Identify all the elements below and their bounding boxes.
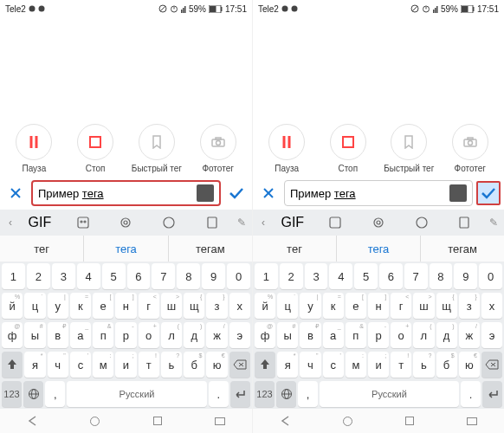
edit-toolbar-button[interactable]: ✎ [487,216,501,229]
key-щ[interactable]: щ{ [436,293,457,319]
key-period[interactable]: . [209,381,229,407]
key-в[interactable]: в₽ [48,322,68,348]
key-comma[interactable]: , [298,381,318,407]
suggestion-3[interactable]: тегам [421,236,504,262]
suggestion-2[interactable]: тега [336,236,421,262]
suggestion-1[interactable]: тег [0,236,83,262]
recents-nav-button[interactable] [153,417,162,425]
key-з[interactable]: з} [459,293,480,319]
key-ы[interactable]: ы# [277,322,298,348]
key-л[interactable]: л( [161,322,182,348]
key-г[interactable]: г< [139,293,159,319]
key-ж[interactable]: ж/ [459,322,480,348]
key-б[interactable]: б$ [436,352,457,378]
key-к[interactable]: к= [323,293,344,319]
key-1[interactable]: 1 [255,263,278,289]
key-0[interactable]: 0 [479,263,502,289]
clipboard-button[interactable] [443,212,485,233]
key-9[interactable]: 9 [202,263,225,289]
key-е[interactable]: е[ [346,293,366,319]
key-ф[interactable]: ф@ [255,322,275,348]
key-ф[interactable]: ф@ [2,322,23,348]
key-о[interactable]: о+ [139,322,159,348]
key-6[interactable]: 6 [127,263,151,289]
key-7[interactable]: 7 [152,263,175,289]
key-ь[interactable]: ь? [413,352,434,378]
key-я[interactable]: я* [277,352,298,378]
key-4[interactable]: 4 [77,263,100,289]
key-т[interactable]: т! [139,352,159,378]
key-э[interactable]: э [229,322,250,348]
settings-button[interactable] [106,212,147,233]
back-nav-button[interactable] [280,416,290,426]
key-7[interactable]: 7 [404,263,428,289]
key-д[interactable]: д) [184,322,204,348]
gif-button[interactable]: GIF [272,212,313,233]
stop-button[interactable]: Стоп [68,124,122,173]
key-х[interactable]: х [481,293,502,319]
key-о[interactable]: о+ [391,322,411,348]
key-5[interactable]: 5 [102,263,126,289]
key-9[interactable]: 9 [454,263,477,289]
key-enter[interactable] [482,381,502,407]
key-б[interactable]: б$ [184,352,204,378]
key-comma[interactable]: , [45,381,65,407]
key-с[interactable]: с' [323,352,344,378]
collapse-toolbar-button[interactable]: ‹ [3,216,17,229]
pause-button[interactable]: Пауза [260,124,313,173]
clipboard-button[interactable] [191,212,233,233]
key-0[interactable]: 0 [227,263,250,289]
confirm-tag-button[interactable] [224,181,249,205]
key-ь[interactable]: ь? [161,352,182,378]
gif-button[interactable]: GIF [19,212,61,233]
key-8[interactable]: 8 [177,263,200,289]
key-4[interactable]: 4 [329,263,352,289]
keyboard-nav-button[interactable] [467,417,477,425]
key-н[interactable]: н] [368,293,389,319]
key-а[interactable]: а_ [323,322,344,348]
key-shift[interactable] [255,352,275,378]
quicktag-button[interactable]: Быстрый тег [130,124,184,173]
tag-text-input[interactable]: Пример тега [284,180,473,206]
key-shift[interactable] [2,352,23,378]
back-nav-button[interactable] [27,416,37,426]
key-щ[interactable]: щ{ [184,293,204,319]
key-ч[interactable]: ч" [48,352,68,378]
key-к[interactable]: к= [70,293,91,319]
home-nav-button[interactable] [343,417,352,426]
key-й[interactable]: й% [2,293,23,319]
key-lang[interactable] [276,381,296,407]
phototag-button[interactable]: Фототег [443,124,497,173]
key-х[interactable]: х [229,293,250,319]
sticker-button[interactable] [315,212,357,233]
key-enter[interactable] [230,381,250,407]
key-1[interactable]: 1 [2,263,25,289]
edit-toolbar-button[interactable]: ✎ [235,216,249,229]
key-п[interactable]: п& [93,322,113,348]
key-г[interactable]: г< [391,293,411,319]
key-у[interactable]: у| [48,293,68,319]
key-ц[interactable]: ц` [24,293,45,319]
key-и[interactable]: и; [368,352,389,378]
key-3[interactable]: 3 [305,263,328,289]
key-н[interactable]: н] [115,293,136,319]
key-з[interactable]: з} [206,293,227,319]
key-ю[interactable]: ю€ [459,352,480,378]
key-3[interactable]: 3 [52,263,75,289]
key-р[interactable]: р- [368,322,389,348]
key-л[interactable]: л( [413,322,434,348]
key-backspace[interactable] [481,352,502,378]
suggestion-1[interactable]: тег [253,236,336,262]
key-м[interactable]: м: [346,352,366,378]
key-и[interactable]: и; [115,352,136,378]
collapse-toolbar-button[interactable]: ‹ [256,216,270,229]
suggestion-2[interactable]: тега [83,236,168,262]
sticker-button[interactable] [62,212,104,233]
key-м[interactable]: м: [93,352,113,378]
theme-button[interactable] [401,212,443,233]
key-т[interactable]: т! [391,352,411,378]
theme-button[interactable] [148,212,190,233]
key-п[interactable]: п& [346,322,366,348]
key-ч[interactable]: ч" [300,352,320,378]
key-space[interactable]: Русский [67,381,207,407]
